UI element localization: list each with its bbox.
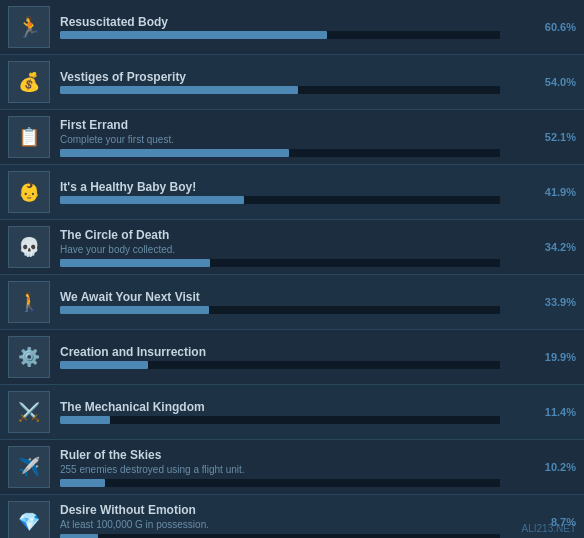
progress-bar-fill <box>60 416 110 424</box>
progress-bar-bg <box>60 86 500 94</box>
achievement-icon-resuscitated-body <box>8 6 50 48</box>
watermark: ALI213.NET <box>522 523 576 534</box>
achievement-icon-desire-without-emotion <box>8 501 50 538</box>
progress-bar-bg <box>60 31 500 39</box>
achievement-desc: Have your body collected. <box>60 244 530 255</box>
progress-bar-fill <box>60 259 210 267</box>
progress-bar-fill <box>60 534 98 539</box>
achievement-title: We Await Your Next Visit <box>60 290 530 304</box>
progress-bar-bg <box>60 479 500 487</box>
progress-bar-bg <box>60 196 500 204</box>
progress-bar-fill <box>60 86 298 94</box>
achievement-row: The Circle of DeathHave your body collec… <box>0 220 584 275</box>
progress-bar-bg <box>60 361 500 369</box>
achievement-title: First Errand <box>60 118 530 132</box>
achievement-icon-circle-of-death <box>8 226 50 268</box>
achievement-title: Ruler of the Skies <box>60 448 530 462</box>
achievement-title: The Circle of Death <box>60 228 530 242</box>
achievement-info-desire-without-emotion: Desire Without EmotionAt least 100,000 G… <box>60 503 530 539</box>
achievement-info-creation-insurrection: Creation and Insurrection <box>60 345 530 369</box>
progress-bar-fill <box>60 149 289 157</box>
achievement-pct: 60.6% <box>540 21 576 33</box>
achievement-title: Resuscitated Body <box>60 15 530 29</box>
achievement-info-await-next-visit: We Await Your Next Visit <box>60 290 530 314</box>
achievement-list: Resuscitated Body60.6%Vestiges of Prospe… <box>0 0 584 538</box>
achievement-icon-ruler-of-skies <box>8 446 50 488</box>
achievement-icon-vestiges-of-prosperity <box>8 61 50 103</box>
achievement-row: We Await Your Next Visit33.9% <box>0 275 584 330</box>
progress-bar-fill <box>60 479 105 487</box>
achievement-desc: At least 100,000 G in possession. <box>60 519 530 530</box>
achievement-info-resuscitated-body: Resuscitated Body <box>60 15 530 39</box>
achievement-info-mechanical-kingdom: The Mechanical Kingdom <box>60 400 530 424</box>
achievement-row: Creation and Insurrection19.9% <box>0 330 584 385</box>
achievement-pct: 33.9% <box>540 296 576 308</box>
achievement-row: The Mechanical Kingdom11.4% <box>0 385 584 440</box>
achievement-pct: 41.9% <box>540 186 576 198</box>
achievement-title: Desire Without Emotion <box>60 503 530 517</box>
achievement-pct: 19.9% <box>540 351 576 363</box>
achievement-title: Vestiges of Prosperity <box>60 70 530 84</box>
achievement-info-ruler-of-skies: Ruler of the Skies255 enemies destroyed … <box>60 448 530 487</box>
achievement-info-healthy-baby-boy: It's a Healthy Baby Boy! <box>60 180 530 204</box>
achievement-icon-creation-insurrection <box>8 336 50 378</box>
achievement-pct: 52.1% <box>540 131 576 143</box>
achievement-row: Ruler of the Skies255 enemies destroyed … <box>0 440 584 495</box>
achievement-row: Resuscitated Body60.6% <box>0 0 584 55</box>
achievement-row: It's a Healthy Baby Boy!41.9% <box>0 165 584 220</box>
achievement-icon-first-errand <box>8 116 50 158</box>
progress-bar-bg <box>60 259 500 267</box>
achievement-title: Creation and Insurrection <box>60 345 530 359</box>
achievement-info-first-errand: First ErrandComplete your first quest. <box>60 118 530 157</box>
achievement-icon-healthy-baby-boy <box>8 171 50 213</box>
achievement-pct: 34.2% <box>540 241 576 253</box>
achievement-row: First ErrandComplete your first quest.52… <box>0 110 584 165</box>
achievement-pct: 54.0% <box>540 76 576 88</box>
achievement-info-vestiges-of-prosperity: Vestiges of Prosperity <box>60 70 530 94</box>
achievement-pct: 11.4% <box>540 406 576 418</box>
achievement-desc: 255 enemies destroyed using a flight uni… <box>60 464 530 475</box>
achievement-desc: Complete your first quest. <box>60 134 530 145</box>
progress-bar-fill <box>60 31 327 39</box>
achievement-row: Desire Without EmotionAt least 100,000 G… <box>0 495 584 538</box>
achievement-title: It's a Healthy Baby Boy! <box>60 180 530 194</box>
progress-bar-fill <box>60 196 244 204</box>
achievement-pct: 10.2% <box>540 461 576 473</box>
achievement-icon-await-next-visit <box>8 281 50 323</box>
progress-bar-bg <box>60 149 500 157</box>
progress-bar-fill <box>60 306 209 314</box>
achievement-row: Vestiges of Prosperity54.0% <box>0 55 584 110</box>
achievement-icon-mechanical-kingdom <box>8 391 50 433</box>
progress-bar-bg <box>60 416 500 424</box>
achievement-info-circle-of-death: The Circle of DeathHave your body collec… <box>60 228 530 267</box>
achievement-title: The Mechanical Kingdom <box>60 400 530 414</box>
progress-bar-fill <box>60 361 148 369</box>
progress-bar-bg <box>60 306 500 314</box>
progress-bar-bg <box>60 534 500 539</box>
